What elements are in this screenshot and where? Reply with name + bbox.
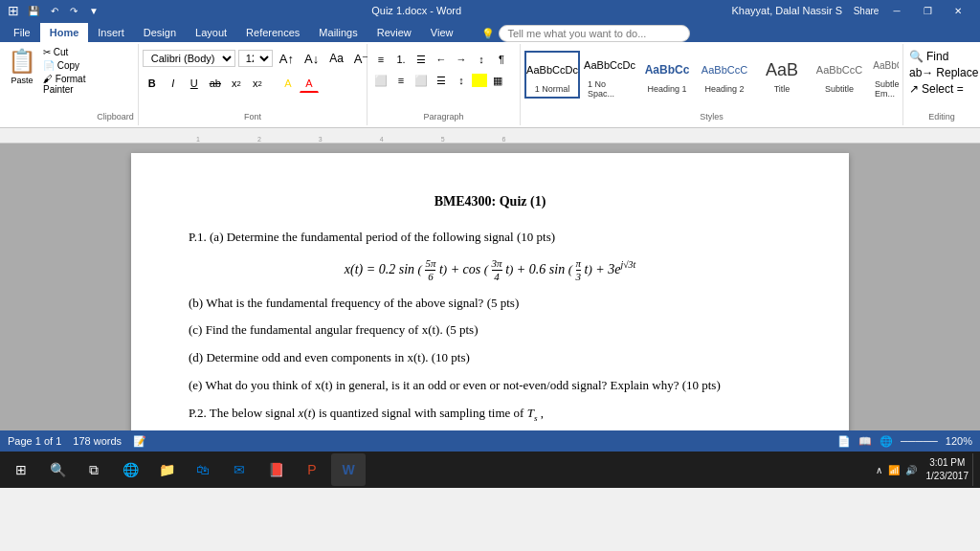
select-button[interactable]: ↗ Select = [909, 82, 974, 96]
underline-button[interactable]: U [185, 74, 204, 93]
strikethrough-button[interactable]: ab [206, 74, 225, 93]
quick-redo[interactable]: ↷ [67, 6, 80, 16]
align-right-button[interactable]: ⬜ [412, 71, 431, 90]
font-shrink-button[interactable]: A↓ [301, 50, 323, 68]
p1-intro: P.1. (a) Determine the fundamental perio… [189, 228, 791, 248]
system-clock[interactable]: 3:01 PM 1/23/2017 [926, 456, 969, 483]
tab-insert[interactable]: Insert [88, 23, 134, 42]
font-grow-button[interactable]: A↑ [276, 50, 298, 68]
minimize-button[interactable]: ─ [882, 0, 911, 21]
quick-undo[interactable]: ↶ [48, 6, 61, 16]
share-button[interactable]: Share [852, 0, 880, 21]
edge-button[interactable]: 🌐 [113, 453, 147, 486]
task-view-button[interactable]: ⧉ [77, 453, 111, 486]
word-taskbar-button[interactable]: W [331, 453, 366, 486]
find-label: Find [926, 50, 948, 63]
align-center-button[interactable]: ≡ [391, 71, 411, 90]
tab-mailings[interactable]: Mailings [309, 23, 367, 42]
paste-button[interactable]: 📋 Paste [4, 46, 40, 87]
word-app-icon: ⊞ [8, 3, 19, 18]
proofing-icon[interactable]: 📝 [133, 435, 146, 448]
style-heading1[interactable]: AaBbCc Heading 1 [639, 52, 695, 98]
document-page[interactable]: BME4300: Quiz (1) P.1. (a) Determine the… [131, 153, 849, 430]
border-button[interactable]: ▦ [488, 71, 507, 90]
style-subtle-em[interactable]: AaBbCcDa Subtle Em... [869, 47, 899, 102]
view-print-icon[interactable]: 📄 [837, 435, 851, 448]
user-name: Khayyat, Dalal Nassir S [731, 5, 842, 16]
superscript-button[interactable]: x2 [248, 74, 267, 93]
tab-design[interactable]: Design [134, 23, 186, 42]
quick-save[interactable]: 💾 [25, 6, 42, 16]
text-color-button[interactable]: A [300, 74, 319, 93]
decrease-indent-button[interactable]: ← [432, 50, 451, 69]
style-no-spacing[interactable]: AaBbCcDc 1 No Spac... [582, 47, 637, 102]
tab-home[interactable]: Home [40, 23, 89, 42]
increase-indent-button[interactable]: → [452, 50, 471, 69]
multilevel-list-button[interactable]: ☰ [412, 50, 431, 69]
tab-review[interactable]: Review [368, 23, 421, 42]
style-normal-label: 1 Normal [535, 84, 570, 94]
tab-file[interactable]: File [4, 23, 40, 42]
bold-button[interactable]: B [143, 74, 162, 93]
font-name-dropdown[interactable]: Calibri (Body) [143, 50, 235, 67]
ruler: 1 2 3 4 5 6 [0, 128, 980, 143]
tell-me-input[interactable] [499, 25, 690, 42]
show-desktop-button[interactable] [972, 453, 976, 486]
cortana-button[interactable]: 🔍 [40, 453, 75, 486]
select-label: Select = [922, 82, 964, 96]
format-painter-button[interactable]: 🖌 Format Painter [40, 73, 97, 96]
font-label: Font [244, 110, 261, 123]
bullets-button[interactable]: ≡ [371, 50, 390, 69]
system-tray: ∧ 📶 🔊 [870, 465, 923, 475]
numbering-button[interactable]: 1. [391, 50, 411, 69]
italic-button[interactable]: I [164, 74, 183, 93]
zoom-slider-label: ───── [901, 435, 938, 447]
store-button[interactable]: 🛍 [186, 453, 220, 486]
tell-me-wrapper: 💡 [481, 25, 690, 42]
tab-view[interactable]: View [421, 23, 463, 42]
shading-button[interactable] [472, 74, 487, 87]
line-spacing-button[interactable]: ↕ [452, 71, 471, 90]
justify-button[interactable]: ☰ [432, 71, 451, 90]
style-nospace-label: 1 No Spac... [588, 79, 632, 99]
text-highlight-button[interactable]: A [278, 74, 298, 93]
tab-references[interactable]: References [236, 23, 309, 42]
show-marks-button[interactable]: ¶ [492, 50, 511, 69]
view-web-icon[interactable]: 🌐 [880, 435, 893, 448]
show-hidden-icon[interactable]: ∧ [876, 465, 882, 475]
p1e: (e) What do you think of x(t) in general… [189, 376, 791, 396]
restore-button[interactable]: ❐ [913, 0, 942, 21]
start-button[interactable]: ⊞ [4, 453, 38, 486]
style-swatches: AaBbCcDc 1 Normal AaBbCcDc 1 No Spac... … [524, 46, 899, 103]
copy-button[interactable]: 📄 Copy [40, 59, 97, 72]
view-read-icon[interactable]: 📖 [858, 435, 872, 448]
change-case-button[interactable]: Aa [325, 50, 347, 67]
p1-formula: x(t) = 0.2 sin ( 5π 6 t) + cos ( 3π 4 t)… [189, 257, 791, 283]
word-count: 178 words [73, 435, 122, 448]
font-size-dropdown[interactable]: 12 [238, 50, 273, 67]
style-normal[interactable]: AaBbCcDc 1 Normal [524, 51, 580, 99]
explorer-button[interactable]: 📁 [149, 453, 184, 486]
find-button[interactable]: 🔍 Find [909, 50, 974, 63]
quick-customize[interactable]: ▼ [86, 6, 101, 16]
style-heading2[interactable]: AaBbCcC Heading 2 [697, 52, 752, 98]
style-title[interactable]: AaB Title [754, 52, 810, 98]
cut-button[interactable]: ✂ Cut [40, 46, 97, 58]
status-bar: Page 1 of 1 178 words 📝 📄 📖 🌐 ───── 120% [0, 430, 980, 452]
acrobat-button[interactable]: 📕 [258, 453, 293, 486]
style-subtitle[interactable]: AaBbCcC Subtitle [812, 52, 867, 98]
align-left-button[interactable]: ⬜ [371, 71, 390, 90]
zoom-level: 120% [946, 435, 972, 447]
network-icon[interactable]: 📶 [888, 465, 900, 475]
replace-button[interactable]: ab→ Replace [909, 66, 974, 79]
tab-layout[interactable]: Layout [186, 23, 236, 42]
sort-button[interactable]: ↕ [472, 50, 491, 69]
clock-time: 3:01 PM [926, 456, 969, 470]
subscript-button[interactable]: x2 [227, 74, 246, 93]
title-bar-controls: Khayyat, Dalal Nassir S Share ─ ❐ ✕ [731, 0, 972, 21]
outlook-button[interactable]: ✉ [222, 453, 256, 486]
close-button[interactable]: ✕ [944, 0, 972, 21]
ribbon-tab-bar: File Home Insert Design Layout Reference… [0, 21, 980, 42]
powerpoint-button[interactable]: P [295, 453, 329, 486]
volume-icon[interactable]: 🔊 [905, 465, 917, 475]
